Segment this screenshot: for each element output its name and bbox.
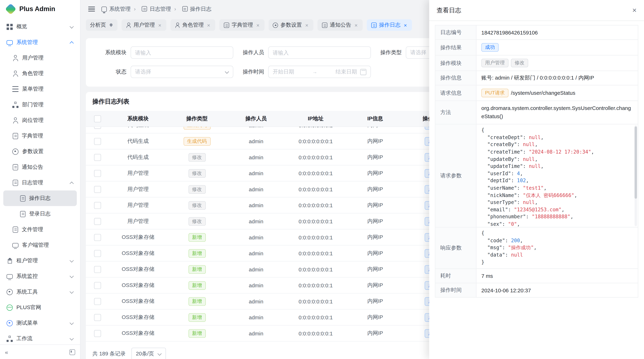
- cell-operator: admin: [227, 250, 285, 256]
- dict-icon: [13, 133, 18, 139]
- calendar-icon: [360, 69, 366, 75]
- sidebar-item[interactable]: 日志管理: [3, 175, 77, 190]
- page-size-select[interactable]: 20条/页: [132, 348, 166, 359]
- breadcrumb-item[interactable]: 日志管理: [134, 5, 171, 12]
- cell-operator: admin: [227, 234, 285, 240]
- row-checkbox[interactable]: [94, 218, 101, 225]
- cell-ip-info: 内网IP: [346, 282, 404, 289]
- pin-panel-icon[interactable]: [70, 349, 75, 355]
- row-checkbox[interactable]: [94, 127, 101, 129]
- close-icon[interactable]: ×: [632, 6, 637, 14]
- row-checkbox[interactable]: [94, 170, 101, 177]
- row-checkbox[interactable]: [94, 234, 101, 241]
- operator-input[interactable]: [268, 46, 371, 59]
- chevron-icon: [70, 103, 74, 107]
- sidebar-item[interactable]: 部门管理: [3, 97, 77, 112]
- cell-ip-info: 内网IP: [346, 218, 404, 225]
- tab[interactable]: 角色管理: [170, 19, 215, 31]
- row-checkbox[interactable]: [94, 266, 101, 273]
- detail-row: 操作结果 成功: [436, 40, 638, 55]
- sidebar-item[interactable]: 测试菜单: [3, 315, 77, 331]
- log-icon: [13, 179, 18, 186]
- file-icon: [13, 226, 18, 232]
- chevron-icon: [70, 25, 74, 29]
- sidebar-item[interactable]: 系统管理: [3, 34, 77, 50]
- sidebar-item[interactable]: 概览: [3, 19, 77, 34]
- sidebar-item[interactable]: 租户管理: [3, 253, 77, 268]
- column-header: IP信息: [346, 115, 404, 122]
- sidebar-item[interactable]: 参数设置: [3, 144, 77, 159]
- app-logo[interactable]: Plus Admin: [0, 0, 80, 18]
- row-checkbox[interactable]: [94, 186, 101, 193]
- sidebar-item[interactable]: 用户管理: [3, 50, 77, 66]
- type-badge: 新增: [188, 329, 206, 338]
- filter-label-status: 状态: [96, 68, 126, 75]
- tab[interactable]: 用户管理: [122, 19, 166, 31]
- tab[interactable]: 通知公告: [318, 19, 363, 31]
- row-checkbox[interactable]: [94, 330, 101, 337]
- select-all-checkbox[interactable]: [94, 115, 101, 122]
- breadcrumb-item[interactable]: 系统管理: [102, 5, 130, 12]
- close-icon[interactable]: [403, 22, 408, 27]
- close-icon[interactable]: [304, 22, 309, 27]
- sidebar-item[interactable]: 岗位管理: [3, 112, 77, 128]
- date-range-picker[interactable]: 开始日期 → 结束日期: [268, 66, 371, 78]
- scrollbar-thumb[interactable]: [634, 127, 637, 199]
- pin-icon[interactable]: [108, 22, 114, 27]
- request-params-code[interactable]: { "createDept": null, "createBy": null, …: [476, 124, 638, 227]
- sidebar-item[interactable]: 通知公告: [3, 159, 77, 175]
- sidebar-item[interactable]: 系统工具: [3, 284, 77, 300]
- row-checkbox[interactable]: [94, 282, 101, 289]
- sidebar-item[interactable]: 角色管理: [3, 66, 77, 81]
- breadcrumb-item[interactable]: 操作日志: [174, 5, 211, 12]
- detail-row: 请求信息 PUT请求 /system/user/changeStatus: [436, 85, 638, 101]
- tab[interactable]: 字典管理: [219, 19, 264, 31]
- row-checkbox[interactable]: [94, 298, 101, 305]
- sidebar-item[interactable]: 登录日志: [3, 206, 77, 222]
- drawer-title: 查看日志: [437, 6, 461, 14]
- sidebar-item[interactable]: 字典管理: [3, 128, 77, 144]
- tab[interactable]: 参数设置: [269, 19, 314, 31]
- log-icon: [142, 6, 147, 11]
- chevron-icon: [70, 118, 74, 122]
- collapse-sidebar-icon[interactable]: [5, 348, 8, 356]
- param-icon: [273, 22, 278, 28]
- chevron-icon: [70, 259, 74, 263]
- row-checkbox[interactable]: [94, 314, 101, 321]
- chevron-icon: [70, 337, 74, 341]
- sidebar-item[interactable]: 菜单管理: [3, 81, 77, 97]
- sidebar-item[interactable]: 文件管理: [3, 222, 77, 237]
- close-icon[interactable]: [256, 22, 260, 27]
- chevron-icon: [70, 165, 74, 169]
- response-params-code: { "code": 200, "msg": "操作成功", "data": nu…: [476, 228, 638, 269]
- tab[interactable]: 操作日志: [367, 19, 412, 31]
- operation-log-icon: [182, 6, 188, 11]
- close-icon[interactable]: [157, 22, 162, 27]
- row-checkbox[interactable]: [94, 250, 101, 257]
- sidebar-item[interactable]: 工作流: [3, 331, 77, 344]
- module-input[interactable]: [130, 46, 233, 59]
- dept-icon: [12, 101, 18, 108]
- sidebar: Plus Admin 概览 系统管理 用户管理 角色管理: [0, 0, 80, 359]
- dashboard-icon: [6, 23, 13, 30]
- row-checkbox[interactable]: [94, 138, 101, 145]
- row-checkbox[interactable]: [94, 202, 101, 209]
- system-icon: [102, 6, 107, 12]
- hamburger-menu-icon[interactable]: [88, 6, 95, 11]
- sidebar-item[interactable]: 操作日志: [3, 190, 77, 206]
- close-icon[interactable]: [206, 22, 211, 27]
- cell-ip: 0:0:0:0:0:0:0:1: [286, 330, 346, 336]
- sidebar-item[interactable]: 客户端管理: [3, 237, 77, 253]
- type-badge: 新增: [188, 297, 206, 306]
- sidebar-item[interactable]: 系统监控: [3, 269, 77, 284]
- status-select[interactable]: 请选择: [130, 66, 233, 78]
- close-icon[interactable]: [354, 22, 359, 27]
- cell-operator: admin: [227, 330, 285, 336]
- cell-ip: 0:0:0:0:0:0:0:1: [286, 186, 346, 192]
- sidebar-item[interactable]: PLUS官网: [3, 300, 77, 315]
- monitor-icon: [6, 274, 13, 279]
- tab[interactable]: 分析页: [86, 19, 118, 31]
- row-checkbox[interactable]: [94, 154, 101, 161]
- request-url-value: /system/user/changeStatus: [511, 90, 575, 96]
- chevron-icon: [70, 87, 74, 91]
